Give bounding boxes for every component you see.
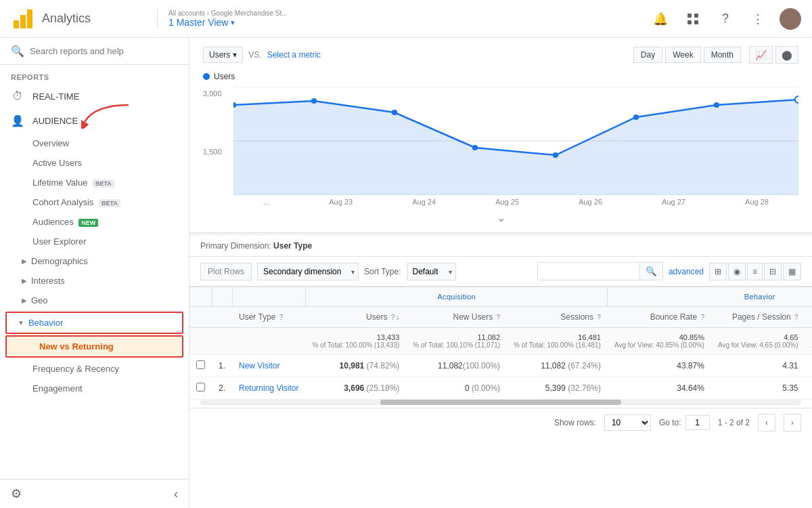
- td-row2-label[interactable]: Returning Visitor: [232, 377, 306, 400]
- td-row2-avg: 00:03:35: [805, 377, 812, 400]
- svg-point-17: [633, 114, 639, 120]
- view-name[interactable]: 1 Master View ▾: [168, 17, 288, 28]
- help-icon-new-users[interactable]: ?: [497, 314, 501, 321]
- search-input[interactable]: [30, 46, 178, 56]
- th-checkbox: [189, 307, 212, 328]
- notifications-button[interactable]: 🔔: [650, 8, 671, 30]
- sort-arrow-users: ↓: [396, 314, 399, 321]
- td-row1-check[interactable]: [189, 355, 212, 377]
- view-buttons: ⊞ ◉ ≡ ⊟ ▦: [709, 263, 801, 280]
- th-num: [212, 307, 232, 328]
- table-search-input[interactable]: [538, 263, 639, 280]
- row2-checkbox[interactable]: [196, 383, 205, 391]
- help-icon-users[interactable]: ?: [391, 314, 395, 321]
- td-row1-label[interactable]: New Visitor: [232, 355, 306, 377]
- expandable-geo[interactable]: ▶ Geo: [0, 291, 189, 310]
- advanced-link[interactable]: advanced: [669, 267, 704, 276]
- time-btn-week[interactable]: Week: [665, 47, 700, 63]
- expandable-behavior[interactable]: ▼ Behavior: [7, 313, 182, 333]
- svg-rect-1: [20, 15, 26, 28]
- scrollbar-thumb: [380, 400, 621, 405]
- section-headers-row: Acquisition Behavior: [189, 287, 812, 307]
- time-btn-day[interactable]: Day: [633, 47, 662, 63]
- plot-rows-button[interactable]: Plot Rows: [200, 263, 252, 280]
- sidebar-sub-active-users[interactable]: Active Users: [0, 153, 189, 173]
- help-icon-pages[interactable]: ?: [794, 314, 798, 321]
- pie-view-btn[interactable]: ◉: [728, 263, 746, 280]
- prev-page-button[interactable]: ‹: [758, 414, 775, 431]
- svg-rect-6: [694, 20, 698, 24]
- expand-arrow-interests: ▶: [22, 277, 27, 284]
- motionplot-btn[interactable]: ⬤: [775, 46, 798, 64]
- show-rows-wrapper: 10 25 50 100: [604, 415, 651, 431]
- td-totals-pages: 4.65 Avg for View: 4.65 (0.00%): [711, 328, 805, 355]
- chart-y-labels: 3,000 1,500: [203, 87, 233, 209]
- sidebar-sub-user-explorer[interactable]: User Explorer: [0, 232, 189, 251]
- td-row2-check[interactable]: [189, 377, 212, 400]
- chart-scroll-down[interactable]: ⌄: [497, 211, 505, 224]
- svg-point-15: [472, 145, 478, 150]
- sidebar-sub-overview[interactable]: Overview: [0, 133, 189, 153]
- bar-view-btn[interactable]: ≡: [747, 263, 763, 280]
- comparison-view-btn[interactable]: ▦: [783, 263, 801, 280]
- td-row1-avg: 00:02:17: [805, 355, 812, 377]
- x-label-6: Aug 28: [745, 198, 769, 206]
- main-layout: 🔍 Reports ⏱ REAL-TIME 👤 AUDIEN: [0, 38, 812, 508]
- help-button[interactable]: ?: [715, 8, 736, 30]
- help-icon-usertype[interactable]: ?: [279, 314, 284, 321]
- help-icon-sessions[interactable]: ?: [597, 314, 601, 321]
- settings-icon[interactable]: ⚙: [11, 486, 22, 501]
- audience-section: 👤 AUDIENCE: [0, 108, 189, 133]
- avatar[interactable]: [780, 8, 801, 30]
- collapse-sidebar-icon[interactable]: ‹: [174, 487, 178, 501]
- show-rows-select[interactable]: 10 25 50 100: [604, 415, 651, 431]
- sidebar-sub-new-vs-returning[interactable]: New vs Returning: [5, 335, 183, 358]
- apps-button[interactable]: [682, 8, 704, 30]
- select-metric-link[interactable]: Select a metric: [267, 50, 321, 60]
- goto-label: Go to:: [659, 418, 681, 427]
- line-chart-btn[interactable]: 📈: [749, 46, 773, 64]
- table-search-button[interactable]: 🔍: [639, 263, 662, 280]
- th-empty-num: [212, 287, 232, 307]
- search-bar: 🔍: [0, 38, 189, 65]
- more-button[interactable]: ⋮: [747, 8, 769, 30]
- svg-point-16: [553, 152, 558, 158]
- help-icon-bounce[interactable]: ?: [700, 314, 704, 321]
- sort-type-select[interactable]: Default: [407, 263, 456, 280]
- row1-checkbox[interactable]: [196, 360, 205, 369]
- expandable-interests[interactable]: ▶ Interests: [0, 271, 189, 291]
- svg-rect-3: [687, 14, 692, 18]
- y-label-mid: 1,500: [203, 148, 233, 156]
- account-info: All accounts › Google Merchandise St... …: [168, 9, 288, 28]
- expandable-demographics[interactable]: ▶ Demographics: [0, 251, 189, 271]
- primary-dimension-value: User Type: [273, 241, 312, 251]
- table-footer: Show rows: 10 25 50 100 Go to: 1 - 2 of …: [189, 408, 812, 437]
- svg-rect-2: [27, 9, 32, 28]
- sort-type-wrapper: Default: [407, 263, 456, 280]
- sidebar-sub-lifetime-value[interactable]: Lifetime Value BETA: [0, 173, 189, 192]
- x-label-3: Aug 25: [495, 198, 519, 206]
- goto-input[interactable]: [685, 415, 710, 430]
- expand-arrow-behavior: ▼: [18, 319, 24, 326]
- td-row2-bounce: 34.64%: [608, 377, 711, 400]
- time-btn-month[interactable]: Month: [704, 47, 741, 63]
- chart-controls: Users ▾ VS. Select a metric Day Week Mon…: [203, 46, 798, 64]
- show-rows-label: Show rows:: [554, 418, 596, 427]
- next-page-button[interactable]: ›: [784, 414, 801, 431]
- reports-section-label: Reports: [0, 65, 189, 84]
- sidebar-sub-engagement[interactable]: Engagement: [0, 379, 189, 398]
- secondary-dim-select[interactable]: Secondary dimension: [257, 263, 359, 280]
- x-label-5: Aug 27: [662, 198, 685, 206]
- metric-selector[interactable]: Users ▾: [203, 47, 243, 63]
- td-row1-sessions: 11,082 (67.24%): [507, 355, 608, 377]
- table-scrollbar[interactable]: [200, 400, 801, 405]
- legend-dot: [203, 73, 210, 80]
- page-range: 1 - 2 of 2: [718, 418, 750, 427]
- sidebar: 🔍 Reports ⏱ REAL-TIME 👤 AUDIEN: [0, 38, 189, 508]
- sidebar-sub-cohort[interactable]: Cohort Analysis BETA: [0, 192, 189, 212]
- svg-rect-4: [694, 14, 698, 18]
- pivot-view-btn[interactable]: ⊟: [764, 263, 782, 280]
- sidebar-sub-audiences[interactable]: Audiences NEW: [0, 212, 189, 232]
- table-view-btn[interactable]: ⊞: [709, 263, 727, 280]
- sidebar-sub-frequency[interactable]: Frequency & Recency: [0, 359, 189, 379]
